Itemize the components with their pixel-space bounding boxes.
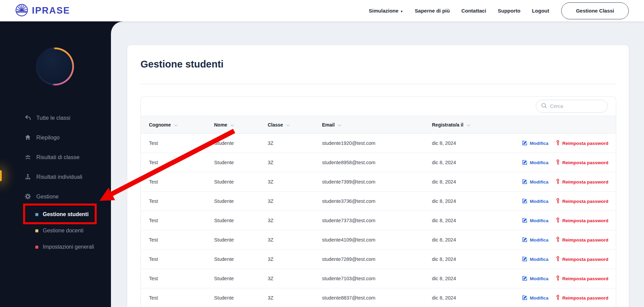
reimposta-label: Reimposta password: [562, 218, 608, 223]
cell-email: studente7399@test.com: [322, 172, 432, 192]
modifica-link[interactable]: Modifica: [522, 160, 548, 166]
gestione-classi-button[interactable]: Gestione Classi: [561, 2, 629, 19]
reimposta-password-link[interactable]: Reimposta password: [556, 217, 608, 224]
key-icon: [556, 159, 560, 166]
search-box[interactable]: [536, 100, 608, 113]
table-row: TestStudente3Zstudente7399@test.comdic 8…: [141, 172, 616, 192]
sidebar-subitem-gestione-docenti[interactable]: Gestione docenti: [0, 223, 111, 239]
cell-classe: 3Z: [268, 269, 322, 288]
cell-registrato: dic 8, 2024: [432, 172, 513, 192]
users-icon: [24, 154, 31, 160]
sidebar-item-risultati-di-classe[interactable]: Risultati di classe: [0, 147, 111, 167]
avatar[interactable]: [36, 47, 74, 85]
reimposta-password-link[interactable]: Reimposta password: [556, 295, 608, 301]
sidebar-item-label: Gestione: [36, 193, 59, 200]
cell-registrato: dic 8, 2024: [432, 192, 513, 211]
cell-email: studente7373@test.com: [322, 211, 432, 230]
modifica-label: Modifica: [530, 237, 548, 243]
cell-registrato: dic 8, 2024: [432, 211, 513, 230]
table-header: CognomeNomeClasseEmailRegistrato/a il: [141, 116, 616, 134]
nav-item-supporto[interactable]: Supporto: [498, 8, 520, 14]
table-row: TestStudente3Zstudente4109@test.comdic 8…: [141, 230, 616, 250]
table-row: TestStudente3Zstudente8958@test.comdic 8…: [141, 153, 616, 172]
column-header-registrato-a-il[interactable]: Registrato/a il: [432, 116, 513, 134]
reimposta-password-link[interactable]: Reimposta password: [556, 256, 608, 263]
brand-logo[interactable]: IPRASE: [15, 3, 70, 19]
nav-item-logout[interactable]: Logout: [532, 8, 549, 14]
modifica-link[interactable]: Modifica: [522, 140, 548, 147]
bullet-icon: [35, 213, 38, 216]
modifica-link[interactable]: Modifica: [522, 295, 548, 301]
nav-item-simulazione[interactable]: Simulazione▼: [369, 8, 403, 14]
search-input[interactable]: [550, 103, 602, 109]
sidebar: Tutte le classiRiepilogoRisultati di cla…: [0, 21, 111, 307]
cell-cognome: Test: [141, 134, 214, 153]
modifica-label: Modifica: [530, 218, 548, 223]
column-header-nome[interactable]: Nome: [214, 116, 268, 134]
cell-email: studente4109@test.com: [322, 230, 432, 250]
modifica-label: Modifica: [530, 199, 548, 204]
edit-icon: [522, 218, 527, 224]
column-header-cognome[interactable]: Cognome: [141, 116, 214, 134]
sort-chevron-icon: [230, 122, 234, 128]
modifica-label: Modifica: [530, 141, 548, 146]
cell-nome: Studente: [214, 134, 268, 153]
cell-registrato: dic 8, 2024: [432, 134, 513, 153]
cell-email: studente8958@test.com: [322, 153, 432, 172]
cell-classe: 3Z: [268, 172, 322, 192]
cell-actions: ModificaReimposta password: [513, 192, 616, 211]
reimposta-password-link[interactable]: Reimposta password: [556, 275, 608, 282]
cell-classe: 3Z: [268, 288, 322, 307]
modifica-link[interactable]: Modifica: [522, 256, 548, 263]
modifica-link[interactable]: Modifica: [522, 276, 548, 282]
key-icon: [556, 237, 560, 243]
cell-email: studente1920@test.com: [322, 134, 432, 153]
cell-classe: 3Z: [268, 153, 322, 172]
brand-name: IPRASE: [32, 5, 70, 16]
sidebar-subitem-gestione-studenti[interactable]: Gestione studenti: [0, 206, 111, 223]
cell-classe: 3Z: [268, 230, 322, 250]
modifica-link[interactable]: Modifica: [522, 218, 548, 224]
sidebar-item-riepilogo[interactable]: Riepilogo: [0, 128, 111, 147]
cell-classe: 3Z: [268, 211, 322, 230]
students-table-container: CognomeNomeClasseEmailRegistrato/a il Te…: [140, 96, 616, 307]
reimposta-label: Reimposta password: [562, 141, 608, 146]
nav-item-saperne-di-pi[interactable]: Saperne di più: [415, 8, 450, 14]
sidebar-item-label: Tutte le classi: [36, 115, 70, 121]
reimposta-password-link[interactable]: Reimposta password: [556, 198, 608, 205]
cell-nome: Studente: [214, 211, 268, 230]
reimposta-password-link[interactable]: Reimposta password: [556, 179, 608, 185]
cell-cognome: Test: [141, 192, 214, 211]
cell-actions: ModificaReimposta password: [513, 230, 616, 250]
table-row: TestStudente3Zstudente8837@test.comdic 8…: [141, 288, 616, 307]
column-label: Email: [322, 122, 335, 128]
sidebar-item-tutte-le-classi[interactable]: Tutte le classi: [0, 108, 111, 128]
reimposta-label: Reimposta password: [562, 257, 608, 262]
sidebar-item-risultati-individuali[interactable]: Risultati individuali: [0, 167, 111, 187]
reimposta-label: Reimposta password: [562, 237, 608, 243]
sort-chevron-icon: [467, 122, 470, 128]
undo-icon: [24, 114, 31, 121]
column-label: Classe: [268, 122, 283, 128]
edit-icon: [522, 276, 527, 282]
reimposta-password-link[interactable]: Reimposta password: [556, 159, 608, 166]
sidebar-subitem-label: Gestione docenti: [43, 228, 83, 234]
reimposta-password-link[interactable]: Reimposta password: [556, 140, 608, 147]
column-header-email[interactable]: Email: [322, 116, 432, 134]
edit-icon: [522, 140, 527, 147]
modifica-link[interactable]: Modifica: [522, 237, 548, 243]
cell-cognome: Test: [141, 153, 214, 172]
edit-icon: [522, 295, 527, 301]
reimposta-password-link[interactable]: Reimposta password: [556, 237, 608, 243]
sidebar-item-gestione[interactable]: Gestione: [0, 187, 111, 206]
sort-chevron-icon: [338, 122, 341, 128]
modifica-link[interactable]: Modifica: [522, 179, 548, 185]
cell-classe: 3Z: [268, 192, 322, 211]
modifica-link[interactable]: Modifica: [522, 198, 548, 205]
reimposta-label: Reimposta password: [562, 276, 608, 281]
cell-cognome: Test: [141, 211, 214, 230]
sidebar-item-label: Riepilogo: [36, 134, 60, 141]
sidebar-subitem-impostazioni-generali[interactable]: Impostazioni generali: [0, 239, 111, 255]
column-header-classe[interactable]: Classe: [268, 116, 322, 134]
nav-item-contattaci[interactable]: Contattaci: [461, 8, 486, 14]
